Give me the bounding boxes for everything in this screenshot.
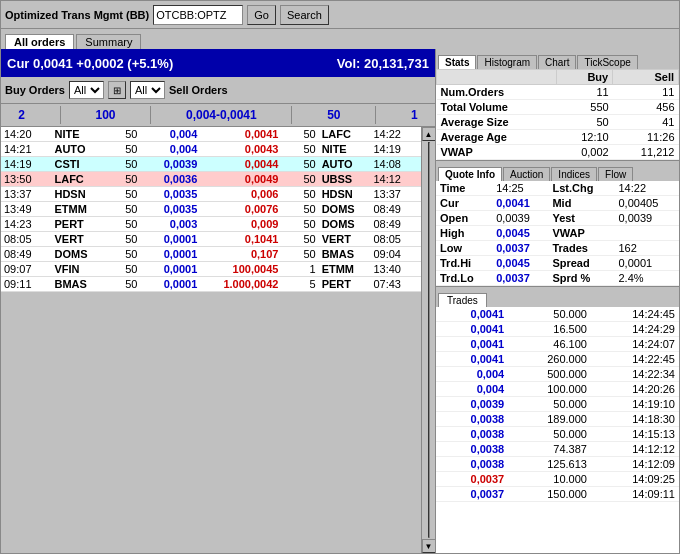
- order-row[interactable]: 14:20 NITE 50 0,004 0,0041 50 LAFC 14:22: [1, 127, 421, 142]
- sell-count: 1: [411, 108, 418, 122]
- stats-buy-val: 50: [557, 115, 613, 130]
- tab-indices[interactable]: Indices: [551, 167, 597, 181]
- order-time: 14:19: [1, 157, 51, 172]
- tab-trades[interactable]: Trades: [438, 293, 487, 307]
- order-sell-qty: 50: [281, 247, 318, 262]
- quote-label2: Trades: [548, 241, 614, 256]
- quote-table: Time 14:25 Lst.Chg 14:22 Cur 0,0041 Mid …: [436, 181, 679, 286]
- order-name: CSTI: [51, 157, 103, 172]
- trade-time: 14:24:07: [591, 337, 679, 352]
- order-sell-time: 13:40: [370, 262, 421, 277]
- trade-price: 0,004: [436, 382, 508, 397]
- order-row[interactable]: 13:37 HDSN 50 0,0035 0,006 50 HDSN 13:37: [1, 187, 421, 202]
- order-time: 08:49: [1, 247, 51, 262]
- trade-qty: 50.000: [508, 397, 591, 412]
- order-row[interactable]: 14:23 PERT 50 0,003 0,009 50 DOMS 08:49: [1, 217, 421, 232]
- order-time: 08:05: [1, 232, 51, 247]
- order-time: 09:11: [1, 277, 51, 292]
- order-sell-name: LAFC: [319, 127, 371, 142]
- trade-qty: 74.387: [508, 442, 591, 457]
- trade-qty: 10.000: [508, 472, 591, 487]
- tab-tickscope[interactable]: TickScope: [577, 55, 637, 69]
- order-name: VFIN: [51, 262, 103, 277]
- stats-buy-val: 550: [557, 100, 613, 115]
- trade-row: 0,004 100.000 14:20:26: [436, 382, 679, 397]
- trade-price: 0,0039: [436, 397, 508, 412]
- tab-all-orders[interactable]: All orders: [5, 34, 74, 49]
- title-bar: Optimized Trans Mgmt (BB) Go Search: [1, 1, 679, 29]
- order-row[interactable]: 08:05 VERT 50 0,0001 0,1041 50 VERT 08:0…: [1, 232, 421, 247]
- buy-orders-select[interactable]: All: [69, 81, 104, 99]
- main-container: Optimized Trans Mgmt (BB) Go Search All …: [0, 0, 680, 554]
- order-sell-time: 07:43: [370, 277, 421, 292]
- stats-label: Num.Orders: [437, 85, 557, 100]
- quote-table-wrap: Time 14:25 Lst.Chg 14:22 Cur 0,0041 Mid …: [436, 181, 679, 286]
- order-sell-time: 14:12: [370, 172, 421, 187]
- symbol-input[interactable]: [153, 5, 243, 25]
- order-qty: 50: [103, 277, 140, 292]
- order-row[interactable]: 09:11 BMAS 50 0,0001 1.000,0042 5 PERT 0…: [1, 277, 421, 292]
- stats-table: Buy Sell Num.Orders 11 11 Total Volume 5…: [436, 69, 679, 160]
- order-name: BMAS: [51, 277, 103, 292]
- order-qty: 50: [103, 157, 140, 172]
- scroll-up-btn[interactable]: ▲: [422, 127, 436, 141]
- search-button[interactable]: Search: [280, 5, 329, 25]
- trade-time: 14:15:13: [591, 427, 679, 442]
- quote-val2: 14:22: [614, 181, 679, 196]
- quote-val2: 0,0001: [614, 256, 679, 271]
- order-qty: 50: [103, 142, 140, 157]
- quote-row: Low 0,0037 Trades 162: [436, 241, 679, 256]
- trade-row: 0,0038 189.000 14:18:30: [436, 412, 679, 427]
- trade-time: 14:24:45: [591, 307, 679, 322]
- stats-table-wrap: Buy Sell Num.Orders 11 11 Total Volume 5…: [436, 69, 679, 160]
- quote-val2: 0,00405: [614, 196, 679, 211]
- quote-label2: Spread: [548, 256, 614, 271]
- order-name: LAFC: [51, 172, 103, 187]
- order-row[interactable]: 14:19 CSTI 50 0,0039 0,0044 50 AUTO 14:0…: [1, 157, 421, 172]
- order-row[interactable]: 13:49 ETMM 50 0,0035 0,0076 50 DOMS 08:4…: [1, 202, 421, 217]
- tab-stats[interactable]: Stats: [438, 55, 476, 69]
- order-sell-name: AUTO: [319, 157, 371, 172]
- tab-summary[interactable]: Summary: [76, 34, 141, 49]
- quote-val2: 0,0039: [614, 211, 679, 226]
- quote-val1: 0,0039: [492, 211, 548, 226]
- quote-val1: 0,0037: [492, 271, 548, 286]
- trades-scroll[interactable]: 0,0041 50.000 14:24:45 0,0041 16.500 14:…: [436, 307, 679, 553]
- order-book-wrapper: 14:20 NITE 50 0,004 0,0041 50 LAFC 14:22…: [1, 127, 435, 553]
- trade-row: 0,0041 46.100 14:24:07: [436, 337, 679, 352]
- scroll-track[interactable]: [428, 142, 430, 538]
- stats-sell-val: 11:26: [613, 130, 679, 145]
- tab-histogram[interactable]: Histogram: [477, 55, 537, 69]
- trade-time: 14:09:11: [591, 487, 679, 502]
- right-panel: Stats Histogram Chart TickScope Buy Sell: [436, 49, 679, 553]
- tab-chart[interactable]: Chart: [538, 55, 576, 69]
- order-ask: 0,006: [200, 187, 281, 202]
- buy-orders-icon[interactable]: ⊞: [108, 81, 126, 99]
- order-qty: 50: [103, 187, 140, 202]
- trade-price: 0,0037: [436, 487, 508, 502]
- quote-val1: 0,0037: [492, 241, 548, 256]
- tab-flow[interactable]: Flow: [598, 167, 633, 181]
- stats-sell-val: 11: [613, 85, 679, 100]
- order-bid: 0,003: [141, 217, 201, 232]
- tab-quote-info[interactable]: Quote Info: [438, 167, 502, 181]
- stats-row: Total Volume 550 456: [437, 100, 679, 115]
- order-book-scrollbar: ▲ ▼: [421, 127, 435, 553]
- sell-orders-label: Sell Orders: [169, 84, 228, 96]
- order-row[interactable]: 09:07 VFIN 50 0,0001 100,0045 1 ETMM 13:…: [1, 262, 421, 277]
- order-row[interactable]: 14:21 AUTO 50 0,004 0,0043 50 NITE 14:19: [1, 142, 421, 157]
- order-name: AUTO: [51, 142, 103, 157]
- order-name: HDSN: [51, 187, 103, 202]
- tab-auction[interactable]: Auction: [503, 167, 550, 181]
- scroll-down-btn[interactable]: ▼: [422, 539, 436, 553]
- trade-row: 0,0041 260.000 14:22:45: [436, 352, 679, 367]
- go-button[interactable]: Go: [247, 5, 276, 25]
- sell-orders-filter-select[interactable]: All: [130, 81, 165, 99]
- order-qty: 50: [103, 172, 140, 187]
- quote-label2: VWAP: [548, 226, 614, 241]
- order-row[interactable]: 13:50 LAFC 50 0,0036 0,0049 50 UBSS 14:1…: [1, 172, 421, 187]
- order-row[interactable]: 08:49 DOMS 50 0,0001 0,107 50 BMAS 09:04: [1, 247, 421, 262]
- order-book-scroll[interactable]: 14:20 NITE 50 0,004 0,0041 50 LAFC 14:22…: [1, 127, 421, 553]
- quote-label1: Trd.Lo: [436, 271, 492, 286]
- order-sell-time: 08:49: [370, 202, 421, 217]
